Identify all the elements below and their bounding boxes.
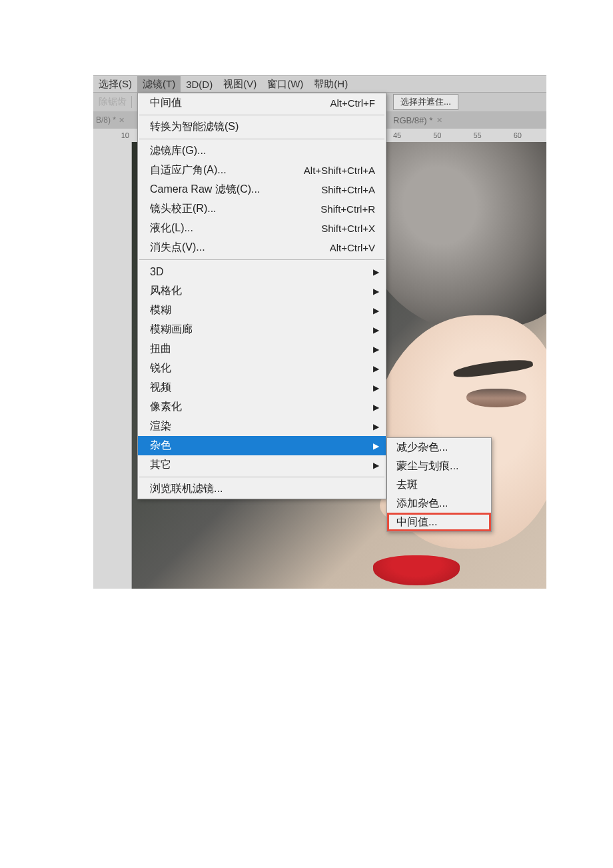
chevron-right-icon: ▶ [373, 287, 379, 296]
menu-3d[interactable]: 3D(D) [181, 77, 218, 92]
menu-label: 风格化 [150, 284, 182, 298]
chevron-right-icon: ▶ [373, 422, 379, 431]
menu-item-camera-raw[interactable]: Camera Raw 滤镜(C)... Shift+Ctrl+A [138, 180, 386, 199]
submenu-item-dust-scratches[interactable]: 蒙尘与划痕... [387, 457, 491, 475]
menu-label: 浏览联机滤镜... [150, 482, 223, 496]
tab-label-right: RGB/8#) * [393, 115, 432, 125]
antialias-label: 除锯齿 [93, 96, 132, 108]
menu-item-vanishing-point[interactable]: 消失点(V)... Alt+Ctrl+V [138, 238, 386, 257]
menu-label: 中间值 [150, 96, 182, 110]
menu-item-convert-smart[interactable]: 转换为智能滤镜(S) [138, 117, 386, 137]
select-and-mask-button[interactable]: 选择并遮住... [393, 94, 458, 110]
menu-item-pixelate[interactable]: 像素化 ▶ [138, 397, 386, 417]
chevron-right-icon: ▶ [373, 364, 379, 373]
menu-separator [139, 115, 384, 115]
menu-shortcut: Shift+Ctrl+R [320, 203, 375, 215]
menu-separator [139, 477, 384, 477]
menu-shortcut: Alt+Ctrl+F [330, 97, 375, 109]
menu-label: Camera Raw 滤镜(C)... [150, 183, 260, 197]
chevron-right-icon: ▶ [373, 383, 379, 393]
menu-item-noise[interactable]: 杂色 ▶ [138, 436, 386, 455]
chevron-right-icon: ▶ [373, 403, 379, 412]
submenu-item-reduce-noise[interactable]: 减少杂色... [387, 438, 491, 457]
menu-item-adaptive-wide-angle[interactable]: 自适应广角(A)... Alt+Shift+Ctrl+A [138, 161, 386, 180]
image-content [466, 389, 526, 407]
menu-label: 液化(L)... [150, 221, 193, 235]
vertical-ruler [93, 142, 132, 589]
menu-item-other[interactable]: 其它 ▶ [138, 455, 386, 475]
menu-item-lens-correction[interactable]: 镜头校正(R)... Shift+Ctrl+R [138, 199, 386, 219]
menu-label: 像素化 [150, 400, 182, 414]
menu-separator [139, 259, 384, 260]
menu-filter[interactable]: 滤镜(T) [137, 76, 181, 93]
ruler-corner: 10 [93, 129, 132, 142]
chevron-right-icon: ▶ [373, 441, 379, 451]
chevron-right-icon: ▶ [373, 306, 379, 315]
menu-shortcut: Alt+Shift+Ctrl+A [304, 165, 375, 176]
menu-item-browse-online[interactable]: 浏览联机滤镜... [138, 479, 386, 499]
menu-shortcut: Shift+Ctrl+A [321, 184, 375, 195]
menu-label: 模糊 [150, 303, 171, 317]
menu-bar: 选择(S) 滤镜(T) 3D(D) 视图(V) 窗口(W) 帮助(H) [93, 75, 546, 93]
menu-label: 消失点(V)... [150, 241, 205, 255]
menu-label: 镜头校正(R)... [150, 202, 217, 216]
menu-shortcut: Alt+Ctrl+V [330, 242, 375, 253]
menu-item-distort[interactable]: 扭曲 ▶ [138, 339, 386, 359]
submenu-item-median[interactable]: 中间值... [387, 513, 491, 531]
submenu-item-despeckle[interactable]: 去斑 [387, 475, 491, 494]
menu-item-blur-gallery[interactable]: 模糊画廊 ▶ [138, 320, 386, 339]
submenu-item-add-noise[interactable]: 添加杂色... [387, 494, 491, 513]
ruler-mark: 10 [121, 131, 129, 139]
document-tab-left[interactable]: B/8) * ✕ [93, 115, 132, 125]
menu-label: 3D [150, 266, 163, 278]
ruler-mark: 55 [474, 131, 482, 139]
menu-label: 杂色 [150, 439, 171, 453]
close-icon[interactable]: ✕ [119, 116, 125, 125]
menu-window[interactable]: 窗口(W) [262, 76, 308, 93]
menu-label: 锐化 [150, 361, 171, 375]
menu-item-stylize[interactable]: 风格化 ▶ [138, 281, 386, 301]
menu-item-render[interactable]: 渲染 ▶ [138, 417, 386, 436]
menu-item-liquify[interactable]: 液化(L)... Shift+Ctrl+X [138, 219, 386, 238]
menu-label: 自适应广角(A)... [150, 163, 227, 177]
document-tab-right[interactable]: RGB/8#) * ✕ [393, 115, 442, 125]
menu-label: 渲染 [150, 419, 171, 433]
menu-separator [139, 139, 384, 139]
photoshop-window: 选择(S) 滤镜(T) 3D(D) 视图(V) 窗口(W) 帮助(H) 除锯齿 … [93, 75, 546, 589]
ruler-mark: 50 [433, 131, 441, 139]
tab-label-left: B/8) * [96, 115, 116, 125]
menu-item-sharpen[interactable]: 锐化 ▶ [138, 359, 386, 378]
menu-label: 转换为智能滤镜(S) [150, 120, 239, 134]
chevron-right-icon: ▶ [373, 325, 379, 335]
menu-label: 模糊画廊 [150, 323, 193, 337]
ruler-mark: 60 [514, 131, 522, 139]
menu-item-last-filter[interactable]: 中间值 Alt+Ctrl+F [138, 93, 386, 113]
menu-label: 扭曲 [150, 342, 171, 356]
filter-dropdown-menu: 中间值 Alt+Ctrl+F 转换为智能滤镜(S) 滤镜库(G)... 自适应广… [137, 93, 386, 499]
menu-label: 其它 [150, 458, 171, 472]
menu-view[interactable]: 视图(V) [218, 76, 262, 93]
menu-help[interactable]: 帮助(H) [308, 76, 353, 93]
chevron-right-icon: ▶ [373, 345, 379, 354]
menu-select[interactable]: 选择(S) [93, 76, 137, 93]
image-content [373, 555, 460, 585]
chevron-right-icon: ▶ [373, 267, 379, 277]
ruler-marks: 45 50 55 60 [393, 129, 522, 142]
menu-shortcut: Shift+Ctrl+X [321, 223, 375, 234]
noise-submenu: 减少杂色... 蒙尘与划痕... 去斑 添加杂色... 中间值... [386, 437, 492, 532]
chevron-right-icon: ▶ [373, 461, 379, 470]
menu-item-3d[interactable]: 3D ▶ [138, 262, 386, 281]
menu-label: 滤镜库(G)... [150, 144, 206, 158]
menu-label: 视频 [150, 381, 171, 395]
ruler-mark: 45 [393, 131, 401, 139]
menu-item-video[interactable]: 视频 ▶ [138, 378, 386, 397]
menu-item-filter-gallery[interactable]: 滤镜库(G)... [138, 141, 386, 161]
close-icon[interactable]: ✕ [436, 116, 442, 125]
menu-item-blur[interactable]: 模糊 ▶ [138, 301, 386, 320]
